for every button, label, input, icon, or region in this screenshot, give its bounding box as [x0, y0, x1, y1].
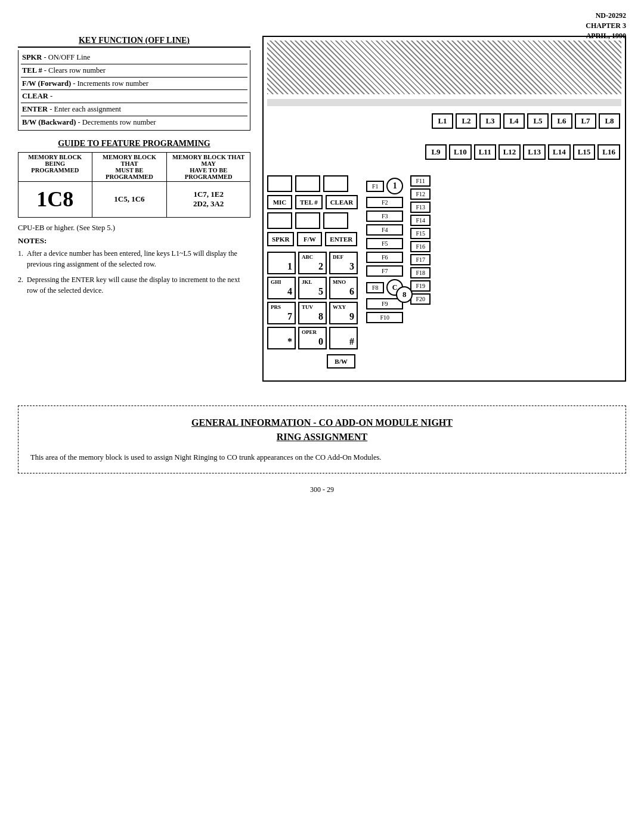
- clear-key[interactable]: CLEAR: [326, 195, 358, 209]
- key-item-bw-bold: B/W (Backward): [22, 118, 76, 126]
- blank6: [323, 212, 348, 229]
- bw-key[interactable]: B/W: [327, 354, 355, 369]
- f16-key[interactable]: F16: [410, 241, 431, 252]
- key-item-fw: F/W (Forward) - Increments row number: [21, 78, 247, 91]
- f13-key[interactable]: F13: [410, 202, 431, 213]
- krow-blank: [267, 175, 358, 192]
- key-item-fw-bold: F/W (Forward): [22, 79, 71, 88]
- l3-key[interactable]: L3: [479, 113, 501, 129]
- l8-key[interactable]: L8: [599, 113, 620, 129]
- key-8[interactable]: TUV 8: [298, 302, 327, 324]
- l-row-1: L1 L2 L3 L4 L5 L6 L7 L8: [267, 111, 621, 131]
- key-4[interactable]: GHI 4: [267, 277, 296, 299]
- right-panel: L1 L2 L3 L4 L5 L6 L7 L8 L9 L10 L11 L12 L…: [262, 36, 626, 382]
- page-number: 300 - 29: [0, 485, 644, 500]
- f1-label[interactable]: F1: [366, 181, 384, 192]
- guide-col2-header: MEMORY BLOCK THATMUST BE PROGRAMMED: [92, 152, 167, 181]
- l10-key[interactable]: L10: [449, 144, 472, 160]
- l-row-2: L9 L10 L11 L12 L13 L14 L15 L16: [267, 142, 621, 162]
- f14-key[interactable]: F14: [410, 215, 431, 226]
- key-item-tel-rest: - Clears row number: [42, 66, 106, 75]
- key-6[interactable]: MNO 6: [329, 277, 358, 299]
- enter-key[interactable]: ENTER: [325, 232, 357, 246]
- f3-label[interactable]: F3: [366, 210, 403, 222]
- l2-key[interactable]: L2: [456, 113, 477, 129]
- f12-key[interactable]: F12: [410, 188, 431, 200]
- note-2: 2. Depressing the ENTER key will cause t…: [18, 274, 250, 296]
- f8-label[interactable]: F8: [366, 282, 384, 293]
- tel-key[interactable]: TEL #: [295, 195, 323, 209]
- l9-key[interactable]: L9: [425, 144, 447, 160]
- f11-key[interactable]: F11: [410, 175, 431, 187]
- key-item-clear-rest: -: [48, 92, 52, 100]
- f5-label[interactable]: F5: [366, 238, 403, 249]
- key-item-tel: TEL # - Clears row number: [21, 64, 247, 78]
- key-item-enter-bold: ENTER: [22, 105, 48, 113]
- f20-key[interactable]: F20: [410, 293, 431, 305]
- blank1: [267, 175, 292, 192]
- key-1[interactable]: 1: [267, 252, 296, 274]
- bottom-box: GENERAL INFORMATION - CO ADD-ON MODULE N…: [18, 405, 626, 473]
- l5-key[interactable]: L5: [527, 113, 549, 129]
- key-function-list: SPKR - ON/OFF Line TEL # - Clears row nu…: [18, 50, 250, 131]
- key-7[interactable]: PRS 7: [267, 302, 296, 324]
- key-hash[interactable]: #: [329, 327, 358, 349]
- l7-key[interactable]: L7: [575, 113, 596, 129]
- l12-key[interactable]: L12: [499, 144, 521, 160]
- guide-col1-header: MEMORY BLOCK BEINGPROGRAMMED: [18, 152, 92, 181]
- f6-label[interactable]: F6: [366, 252, 403, 263]
- key-0[interactable]: OPER 0: [298, 327, 327, 349]
- guide-table: MEMORY BLOCK BEINGPROGRAMMED MEMORY BLOC…: [18, 152, 250, 218]
- gray-band: [267, 99, 621, 106]
- fw-key[interactable]: F/W: [297, 232, 322, 246]
- key-2[interactable]: ABC 2: [298, 252, 327, 274]
- l6-key[interactable]: L6: [551, 113, 572, 129]
- f4-label[interactable]: F4: [366, 224, 403, 236]
- key-item-clear: CLEAR -: [21, 90, 247, 103]
- l4-key[interactable]: L4: [503, 113, 525, 129]
- key-3[interactable]: DEF 3: [329, 252, 358, 274]
- note-1-text: After a device number has been entered, …: [27, 248, 250, 270]
- f15-key[interactable]: F15: [410, 228, 431, 239]
- pattern-area: [267, 41, 621, 94]
- bottom-text: This area of the memory block is used to…: [30, 451, 614, 463]
- f17-key[interactable]: F17: [410, 254, 431, 265]
- key-9[interactable]: WXY 9: [329, 302, 358, 324]
- circle-c8-wrapper: C 8: [386, 279, 403, 296]
- bottom-title-line1: GENERAL INFORMATION - CO ADD-ON MODULE N…: [30, 416, 614, 430]
- key-item-bw-rest: - Decrements row number: [76, 118, 156, 126]
- note-1: 1. After a device number has been entere…: [18, 248, 250, 270]
- l14-key[interactable]: L14: [548, 144, 571, 160]
- fmid-col: F1 1 F2 F3 F4 F5 F6 F7 F8 C 8 F9 F: [366, 175, 403, 369]
- l15-key[interactable]: L15: [573, 144, 596, 160]
- l11-key[interactable]: L11: [474, 144, 496, 160]
- blank4: [267, 212, 292, 229]
- keypad-wrapper: MIC TEL # CLEAR SPKR F/W ENTER: [267, 175, 621, 369]
- l1-key[interactable]: L1: [432, 113, 453, 129]
- numpad: 1 ABC 2 DEF 3 GHI 4: [267, 252, 358, 349]
- f19-key[interactable]: F19: [410, 280, 431, 292]
- key-5[interactable]: JKL 5: [298, 277, 327, 299]
- header-line1: ND-20292: [586, 11, 626, 21]
- key-item-clear-bold: CLEAR: [22, 92, 48, 100]
- mic-key[interactable]: MIC: [267, 195, 292, 209]
- key-item-enter-rest: - Enter each assignment: [48, 105, 121, 113]
- note-2-text: Depressing the ENTER key will cause the …: [27, 274, 250, 296]
- spkr-key[interactable]: SPKR: [267, 232, 294, 246]
- key-item-bw: B/W (Backward) - Decrements row number: [21, 116, 247, 129]
- key-item-spkr: SPKR - ON/OFF Line: [21, 51, 247, 64]
- guide-big-cell: 1C8: [18, 181, 92, 217]
- l13-key[interactable]: L13: [523, 144, 546, 160]
- f2-label[interactable]: F2: [366, 197, 403, 208]
- spacer-2: [267, 167, 621, 175]
- guide-title: GUIDE TO FEATURE PROGRAMMING: [18, 139, 250, 148]
- f7-label[interactable]: F7: [366, 265, 403, 277]
- key-function-title: KEY FUNCTION (OFF LINE): [18, 36, 250, 48]
- f18-key[interactable]: F18: [410, 267, 431, 278]
- krow-blank2: [267, 212, 358, 229]
- f10-label[interactable]: F10: [366, 312, 403, 323]
- cpu-note-text: CPU-EB or higher. (See Step 5.): [18, 224, 115, 232]
- l16-key[interactable]: L16: [597, 144, 620, 160]
- key-star[interactable]: *: [267, 327, 296, 349]
- bottom-title: GENERAL INFORMATION - CO ADD-ON MODULE N…: [30, 416, 614, 444]
